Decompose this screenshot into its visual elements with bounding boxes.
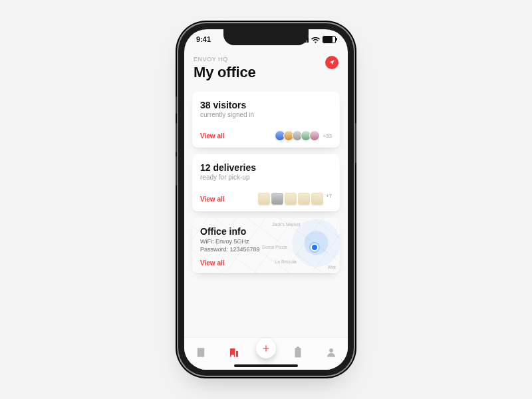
location-button[interactable] [325, 56, 338, 69]
visitors-view-all[interactable]: View all [200, 132, 225, 140]
package-thumb [285, 193, 297, 205]
document-icon [195, 346, 207, 358]
power-button [355, 123, 356, 163]
building-icon [228, 346, 240, 358]
package-thumb [271, 193, 283, 205]
deliveries-view-all[interactable]: View all [200, 196, 225, 203]
deliveries-card[interactable]: 12 deliveries ready for pick-up View all… [192, 154, 340, 211]
package-thumb [258, 193, 270, 205]
battery-icon [323, 36, 336, 43]
clipboard-icon [292, 346, 304, 358]
deliveries-title: 12 deliveries [200, 162, 332, 173]
avatar [309, 130, 320, 141]
visitors-avatars: +33 [275, 130, 332, 141]
status-time: 9:41 [196, 35, 211, 43]
volume-up-button [176, 123, 177, 152]
location-arrow-icon [329, 59, 335, 66]
person-icon [325, 346, 337, 358]
deliveries-subtitle: ready for pick-up [200, 174, 332, 181]
office-password: Password: 123456789 [200, 246, 340, 253]
tab-office[interactable] [223, 343, 245, 362]
tab-visitors[interactable] [190, 343, 212, 362]
package-thumb [298, 193, 310, 205]
office-title: Office info [200, 226, 340, 237]
package-thumb [311, 193, 323, 205]
tab-profile[interactable] [320, 343, 342, 362]
visitors-card[interactable]: 38 visitors currently signed in View all… [192, 92, 340, 148]
page-header: ENVOY HQ My office [192, 49, 340, 85]
home-indicator[interactable] [234, 364, 298, 367]
visitors-subtitle: currently signed in [200, 111, 332, 118]
visitors-more: +33 [323, 133, 332, 139]
visitors-title: 38 visitors [200, 100, 332, 110]
phone-screen: 9:41 ENVOY HQ My office [184, 29, 348, 370]
deliveries-thumbs: +7 [258, 193, 332, 205]
volume-down-button [176, 156, 177, 186]
side-button [176, 96, 177, 114]
tab-deliveries[interactable] [287, 343, 309, 362]
deliveries-more: +7 [326, 193, 332, 205]
plus-icon [261, 344, 271, 353]
content-scroll[interactable]: ENVOY HQ My office 38 visitors currently… [184, 49, 348, 340]
office-view-all[interactable]: View all [200, 259, 225, 267]
header-eyebrow: ENVOY HQ [194, 56, 338, 63]
page-title: My office [194, 64, 338, 81]
phone-device: 9:41 ENVOY HQ My office [178, 23, 354, 376]
notch [223, 29, 309, 45]
wifi-icon [311, 37, 320, 43]
office-info-card[interactable]: Jack's Market Soma Pizza La Briciola Wat… [192, 218, 340, 273]
add-button[interactable] [256, 338, 276, 358]
office-wifi: WiFi: Envoy 5GHz [200, 238, 340, 245]
